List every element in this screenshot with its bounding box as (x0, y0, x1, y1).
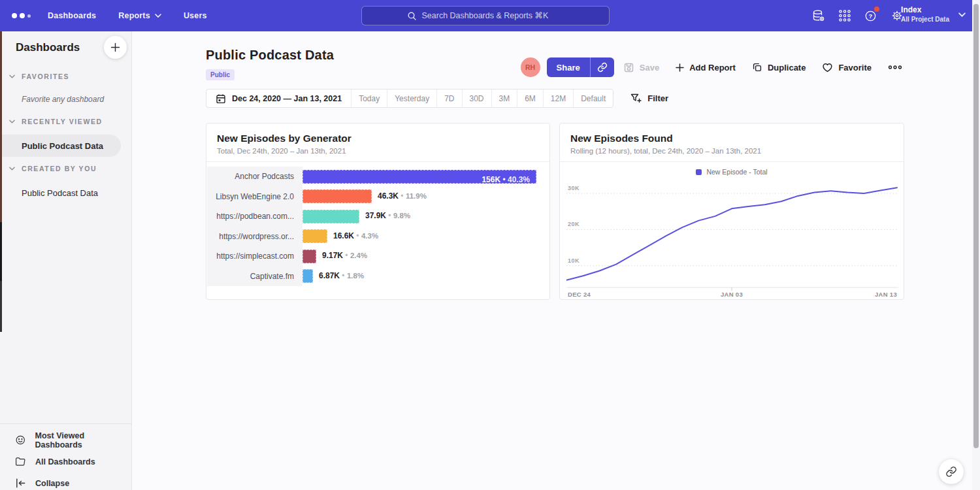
screen-edge-artifact (0, 31, 2, 222)
legend-swatch (696, 169, 702, 175)
bar-value-label: 16.6K • 4.3% (333, 231, 378, 240)
chart-legend: New Episode - Total (560, 168, 904, 176)
nav-reports[interactable]: Reports (118, 11, 161, 20)
bar-value-label: 37.9K • 9.8% (365, 211, 410, 220)
section-created-by-you[interactable]: CREATED BY YOU (9, 165, 97, 172)
chevron-down-icon (958, 12, 966, 17)
workspace-scope: All Project Data (901, 15, 949, 24)
ellipsis-icon (888, 65, 902, 70)
date-bar: Dec 24, 2020 — Jan 13, 2021 TodayYesterd… (206, 89, 668, 108)
sidebar-footer: Most Viewed Dashboards All Dashboards Co… (0, 423, 131, 490)
bar-category-label: https://podbean.com... (207, 206, 302, 227)
duplicate-icon (752, 62, 762, 73)
date-range-picker[interactable]: Dec 24, 2020 — Jan 13, 2021 (206, 90, 351, 107)
chevron-down-icon (9, 74, 15, 78)
screen-edge-artifact (0, 281, 2, 332)
date-preset-3m[interactable]: 3M (492, 90, 518, 107)
share-button[interactable]: Share (547, 57, 614, 77)
filter-button[interactable]: Filter (630, 93, 668, 104)
svg-text:20K: 20K (568, 221, 580, 227)
more-options-button[interactable] (888, 65, 902, 70)
header-actions: RH Share Save Add Report Duplicate Favor… (521, 57, 902, 77)
workspace-switcher[interactable]: Index All Project Data (901, 5, 966, 24)
apps-grid-icon[interactable] (838, 8, 852, 23)
card-title: New Episodes Found (570, 133, 893, 144)
card-subtitle: Total, Dec 24th, 2020 – Jan 13th, 2021 (217, 147, 539, 155)
svg-text:10K: 10K (568, 257, 580, 264)
bar-value-label: 46.3K • 11.9% (378, 191, 427, 201)
scrollbar-thumb[interactable] (973, 4, 979, 448)
bar-5[interactable] (302, 250, 316, 263)
sidebar-item-public-podcast-data[interactable]: Public Podcast Data (0, 135, 121, 157)
smiley-icon (14, 434, 27, 446)
date-preset-yesterday[interactable]: Yesterday (387, 90, 437, 107)
report-card-new-episodes-found[interactable]: New Episodes Found Rolling (12 hours), t… (559, 123, 904, 300)
date-preset-12m[interactable]: 12M (544, 90, 574, 107)
bar-value-label: 156K • 40.3% (482, 175, 530, 184)
svg-text:30K: 30K (568, 185, 580, 191)
bar-3[interactable] (302, 210, 359, 223)
date-preset-6m[interactable]: 6M (517, 90, 544, 107)
chartable-logo[interactable] (12, 13, 31, 18)
section-recently-viewed[interactable]: RECENTLY VIEWED (9, 118, 103, 125)
bar-track: 37.9K • 9.8% (302, 206, 549, 227)
bar-track: 156K • 40.3% (302, 167, 549, 187)
bar-category-label: Libsyn WebEngine 2.0 (207, 187, 302, 207)
chevron-down-icon (155, 14, 161, 18)
calendar-icon (216, 93, 226, 104)
bar-rows: Anchor Podcasts156K • 40.3%Libsyn WebEng… (207, 167, 549, 286)
duplicate-button[interactable]: Duplicate (752, 62, 806, 73)
bar-row: Anchor Podcasts156K • 40.3% (207, 167, 549, 187)
date-range-group: Dec 24, 2020 — Jan 13, 2021 TodayYesterd… (206, 89, 613, 108)
date-preset-today[interactable]: Today (351, 90, 387, 107)
visibility-badge: Public (206, 69, 235, 80)
line-chart[interactable]: 10K20K30KDEC 24JAN 03JAN 13 (566, 180, 898, 298)
chevron-down-icon (9, 167, 15, 171)
chevron-down-icon (9, 120, 15, 123)
main-content: Public Podcast Data Public RH Share Save… (132, 31, 980, 490)
bar-row: https://wordpress.or...16.6K • 4.3% (207, 227, 549, 247)
top-nav: Dashboards Reports Users (0, 0, 980, 31)
bar-value-label: 9.17K • 2.4% (322, 251, 367, 260)
folder-icon (14, 455, 27, 468)
nav-users[interactable]: Users (184, 11, 207, 20)
bar-6[interactable] (302, 269, 313, 283)
collapse-sidebar-button[interactable]: Collapse (0, 472, 131, 490)
link-icon (945, 466, 957, 478)
data-sources-icon[interactable] (811, 8, 826, 23)
bar-2[interactable] (302, 189, 372, 203)
date-preset-default[interactable]: Default (574, 90, 613, 107)
bar-category-label: https://wordpress.or... (207, 227, 302, 247)
save-icon (623, 62, 634, 73)
scrollbar-track (972, 0, 980, 490)
bar-category-label: Anchor Podcasts (207, 167, 302, 187)
share-label: Share (547, 57, 590, 77)
all-dashboards-link[interactable]: All Dashboards (0, 451, 131, 472)
plus-icon (110, 42, 120, 52)
svg-text:DEC 24: DEC 24 (568, 291, 591, 298)
add-dashboard-button[interactable] (104, 36, 127, 59)
bar-4[interactable] (302, 229, 327, 243)
sidebar-item-public-podcast-data-created[interactable]: Public Podcast Data (0, 182, 121, 204)
search-input[interactable] (422, 11, 564, 20)
notification-badge (874, 7, 879, 12)
floating-link-button[interactable] (939, 459, 964, 484)
bar-row: https://simplecast.com9.17K • 2.4% (207, 246, 549, 267)
nav-dashboards[interactable]: Dashboards (48, 11, 96, 20)
section-favorites[interactable]: FAVORITES (9, 73, 69, 80)
favorite-button[interactable]: Favorite (822, 62, 872, 73)
bar-1[interactable]: 156K • 40.3% (302, 170, 536, 184)
save-button[interactable]: Save (623, 62, 659, 73)
most-viewed-dashboards-link[interactable]: Most Viewed Dashboards (0, 429, 131, 451)
avatar[interactable]: RH (521, 57, 540, 77)
add-report-button[interactable]: Add Report (676, 63, 736, 73)
bar-category-label: https://simplecast.com (207, 246, 302, 267)
collapse-icon (14, 477, 27, 489)
share-link-icon[interactable] (591, 57, 614, 77)
report-card-new-episodes-by-generator[interactable]: New Episodes by Generator Total, Dec 24t… (206, 123, 550, 300)
global-search[interactable] (361, 6, 610, 25)
help-icon[interactable]: ? (864, 8, 878, 23)
card-subtitle: Rolling (12 hours), total, Dec 24th, 202… (570, 147, 893, 155)
date-preset-7d[interactable]: 7D (437, 90, 462, 107)
date-preset-30d[interactable]: 30D (463, 90, 492, 107)
